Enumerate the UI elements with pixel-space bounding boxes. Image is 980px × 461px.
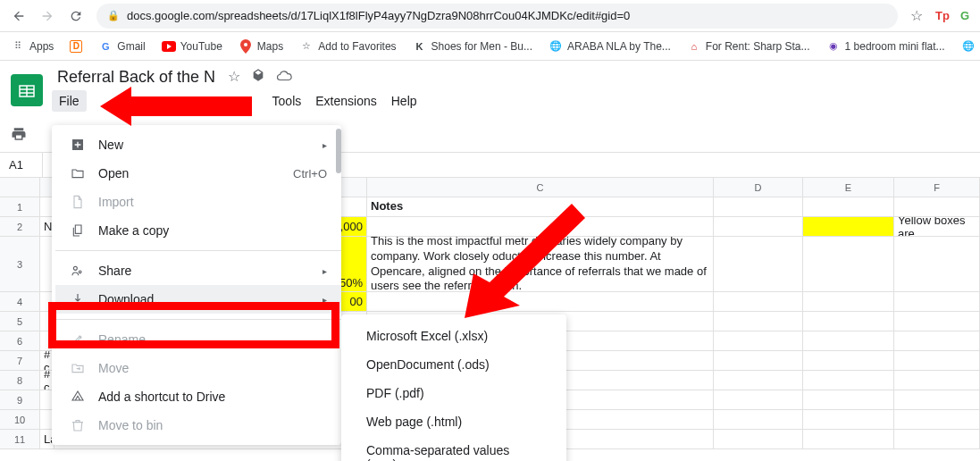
row-header[interactable]: 5 (0, 312, 40, 331)
cell[interactable] (894, 430, 980, 448)
menu-open[interactable]: OpenCtrl+O (55, 159, 341, 188)
bookmark-last[interactable]: 🌐 (961, 39, 976, 54)
menu-extensions[interactable]: Extensions (308, 90, 383, 112)
cell[interactable] (714, 410, 803, 429)
share-icon (70, 263, 86, 279)
move-doc-icon[interactable] (251, 68, 265, 88)
forward-button[interactable] (39, 8, 55, 24)
cell[interactable] (714, 217, 803, 236)
bookmark-d[interactable]: D (70, 40, 82, 53)
globe-icon: 🌐 (549, 39, 563, 54)
cloud-status-icon[interactable] (276, 68, 292, 88)
cell[interactable] (714, 331, 803, 350)
menu-add-shortcut[interactable]: Add a shortcut to Drive (55, 382, 341, 411)
cell[interactable] (803, 237, 894, 291)
menu-share[interactable]: Share▸ (55, 256, 341, 285)
bookmark-youtube[interactable]: YouTube (162, 39, 222, 54)
file-menu-dropdown: New▸ OpenCtrl+O Import Make a copy Share… (52, 125, 341, 445)
cell[interactable] (367, 217, 714, 236)
star-doc-icon[interactable]: ☆ (228, 68, 240, 88)
cell[interactable] (803, 312, 894, 331)
menu-tools[interactable]: Tools (265, 90, 309, 112)
col-header[interactable]: D (714, 178, 803, 197)
row-header[interactable]: 10 (0, 410, 40, 429)
bookmark-maps[interactable]: Maps (239, 39, 283, 54)
print-icon[interactable] (11, 126, 27, 146)
cell[interactable] (803, 430, 894, 448)
cell[interactable] (894, 331, 980, 350)
cell[interactable]: Notes (367, 197, 714, 216)
cell[interactable] (803, 197, 894, 216)
cell[interactable] (803, 390, 894, 409)
cell[interactable] (894, 351, 980, 370)
download-submenu: Microsoft Excel (.xlsx) OpenDocument (.o… (341, 314, 566, 461)
menu-make-copy[interactable]: Make a copy (55, 216, 341, 245)
row-header[interactable]: 1 (0, 197, 40, 216)
chevron-right-icon: ▸ (322, 295, 327, 305)
download-csv[interactable]: Comma-separated values (.csv) (341, 436, 566, 461)
cell[interactable] (714, 390, 803, 409)
cell[interactable] (803, 351, 894, 370)
cell-name-box[interactable]: A1 (0, 153, 43, 177)
cell[interactable] (894, 390, 980, 409)
row-header[interactable]: 6 (0, 331, 40, 350)
cell[interactable] (714, 430, 803, 448)
download-pdf[interactable]: PDF (.pdf) (341, 379, 566, 407)
cell[interactable] (803, 410, 894, 429)
row-header[interactable]: 3 (0, 237, 40, 291)
cell[interactable] (803, 292, 894, 311)
bookmark-rent[interactable]: ⌂For Rent: Sharp Sta... (687, 39, 810, 54)
download-xlsx[interactable]: Microsoft Excel (.xlsx) (341, 322, 566, 350)
cell[interactable] (367, 292, 714, 311)
bookmark-favorites[interactable]: ☆Add to Favorites (299, 39, 396, 54)
house-icon: ⌂ (687, 39, 701, 54)
cell[interactable] (803, 331, 894, 350)
ext-g-icon[interactable]: G (960, 9, 969, 22)
row-header[interactable]: 4 (0, 292, 40, 311)
reload-button[interactable] (68, 8, 84, 24)
bookmark-bedroom[interactable]: ◉1 bedroom mini flat... (826, 39, 945, 54)
cell[interactable] (894, 237, 980, 291)
document-title[interactable]: Referral Back of the N (52, 66, 221, 88)
cell[interactable]: This is the most impactful metr d it var… (367, 237, 714, 291)
cell[interactable] (714, 237, 803, 291)
row-header[interactable]: 9 (0, 390, 40, 409)
download-ods[interactable]: OpenDocument (.ods) (341, 350, 566, 379)
menu-new[interactable]: New▸ (55, 130, 341, 159)
cell[interactable] (803, 217, 894, 236)
cell[interactable] (803, 371, 894, 390)
col-header[interactable]: E (803, 178, 894, 197)
bookmark-gmail[interactable]: GGmail (98, 39, 145, 54)
download-html[interactable]: Web page (.html) (341, 407, 566, 436)
menu-help[interactable]: Help (384, 90, 424, 112)
cell[interactable] (894, 197, 980, 216)
cell[interactable] (894, 292, 980, 311)
menu-file[interactable]: File (52, 90, 87, 112)
ext-tp-icon[interactable]: Tp (935, 9, 950, 22)
lock-icon: 🔒 (107, 10, 120, 21)
cell[interactable] (894, 312, 980, 331)
bookmark-apps[interactable]: ⠿Apps (11, 39, 54, 54)
cell[interactable] (714, 312, 803, 331)
cell[interactable] (714, 371, 803, 390)
cell[interactable] (894, 410, 980, 429)
col-header[interactable]: F (894, 178, 980, 197)
col-header[interactable]: C (367, 178, 714, 197)
row-header[interactable]: 7 (0, 351, 40, 370)
bookmark-araba[interactable]: 🌐ARABA NLA by The... (549, 39, 671, 54)
cell[interactable] (894, 371, 980, 390)
url-bar[interactable]: 🔒 docs.google.com/spreadsheets/d/17LiqlX… (96, 4, 898, 29)
row-header[interactable]: 2 (0, 217, 40, 236)
cell[interactable]: Yellow boxes are (894, 217, 980, 236)
row-header[interactable]: 8 (0, 371, 40, 390)
cell[interactable] (714, 197, 803, 216)
back-button[interactable] (11, 8, 27, 24)
menu-download[interactable]: Download▸ (55, 285, 341, 314)
bookmark-shoes[interactable]: KShoes for Men - Bu... (413, 39, 532, 54)
extension-icons: Tp G (935, 9, 969, 22)
sheets-logo-icon[interactable] (11, 74, 43, 106)
cell[interactable] (714, 351, 803, 370)
star-icon[interactable]: ☆ (910, 7, 923, 24)
row-header[interactable]: 11 (0, 430, 40, 448)
cell[interactable] (714, 292, 803, 311)
